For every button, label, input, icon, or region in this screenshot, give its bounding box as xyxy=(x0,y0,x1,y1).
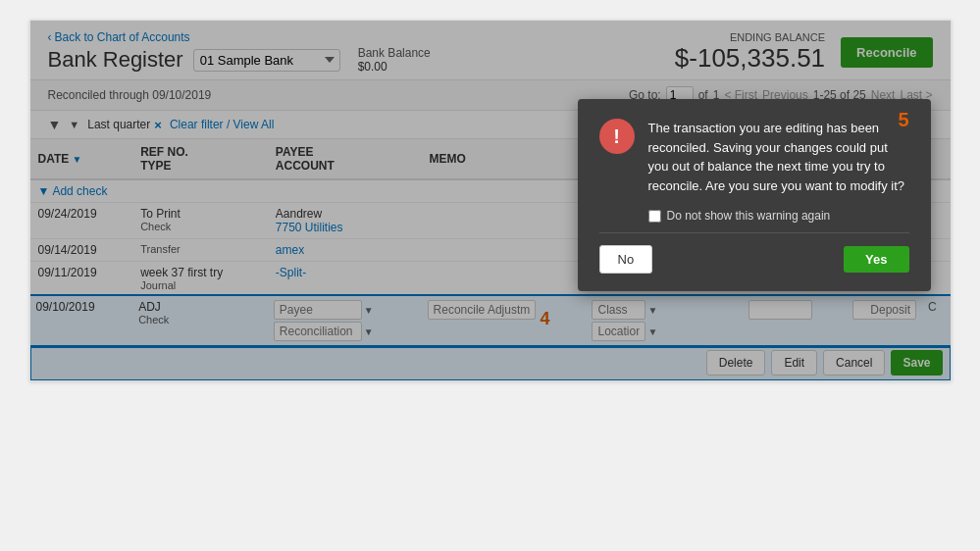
do-not-show-label: Do not show this warning again xyxy=(667,209,831,223)
modal-dialog: 5 ! The transaction you are editing has … xyxy=(578,99,931,291)
do-not-show-checkbox[interactable] xyxy=(648,210,661,223)
modal-body: ! The transaction you are editing has be… xyxy=(599,119,909,195)
step5-label: 5 xyxy=(898,109,908,131)
modal-yes-button[interactable]: Yes xyxy=(844,246,908,273)
warning-icon: ! xyxy=(599,119,635,154)
modal-checkbox-row: Do not show this warning again xyxy=(648,209,909,223)
modal-overlay: 5 ! The transaction you are editing has … xyxy=(30,21,951,380)
modal-buttons: No Yes xyxy=(599,245,909,274)
modal-no-button[interactable]: No xyxy=(599,245,653,274)
modal-message: The transaction you are editing has been… xyxy=(648,119,909,195)
